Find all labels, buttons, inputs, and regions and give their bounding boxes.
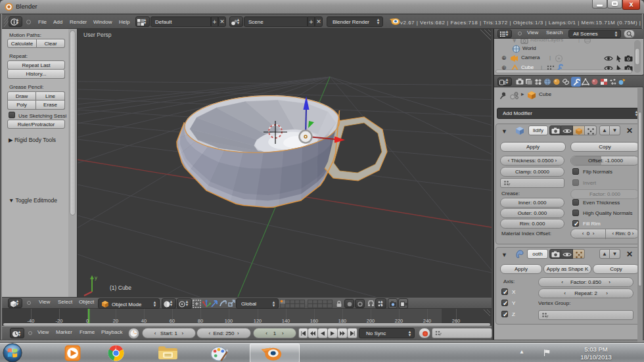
svg-text:User Persp: User Persp <box>83 32 112 38</box>
svg-text:(1) Cube: (1) Cube <box>110 284 131 291</box>
svg-text:y: y <box>95 275 97 281</box>
